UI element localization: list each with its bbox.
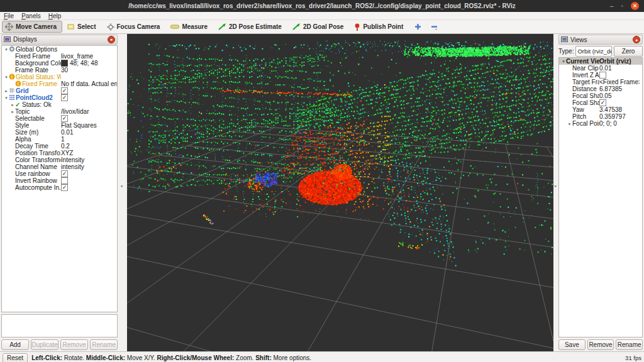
tool-goal-pose[interactable]: 2D Goal Pose <box>289 21 349 32</box>
right-splitter[interactable]: ▸ <box>553 34 557 351</box>
reset-button[interactable]: Reset <box>3 353 28 362</box>
property-value[interactable]: <Fixed Frame> <box>599 79 640 85</box>
tool-publish-point[interactable]: Publish Point <box>351 21 409 33</box>
property-value[interactable] <box>599 72 640 79</box>
property-value[interactable]: 3.47538 <box>599 106 640 113</box>
property-value[interactable]: 0; 0; 0 <box>599 120 640 127</box>
menu-file[interactable]: File <box>4 13 14 19</box>
tree-row-pitch[interactable]: Pitch0.359797 <box>559 113 642 120</box>
property-value[interactable]: 48; 48; 48 <box>61 60 118 67</box>
tree-row-channel-name[interactable]: Channel Nameintensity <box>2 163 117 170</box>
tree-row-alpha[interactable]: Alpha1 <box>2 136 117 143</box>
property-value[interactable] <box>61 177 118 184</box>
tree-row-yaw[interactable]: Yaw3.47538 <box>559 106 642 113</box>
views-close-icon[interactable]: ● <box>633 36 640 43</box>
property-value[interactable]: No tf data. Actual err... <box>61 80 118 87</box>
property-value[interactable]: 0.05 <box>599 92 640 99</box>
property-value[interactable] <box>61 74 118 80</box>
tree-row-style[interactable]: StyleFlat Squares <box>2 122 117 129</box>
checkbox[interactable]: ✓ <box>61 170 68 177</box>
property-value[interactable]: /livox/lidar <box>61 108 118 115</box>
tree-row-fixed-frame[interactable]: Fixed Framelivox_frame <box>2 53 117 60</box>
remove-button[interactable]: Remove <box>587 339 614 350</box>
rename-button[interactable]: Rename <box>616 339 643 350</box>
expand-arrow-icon[interactable]: ▸ <box>4 87 9 94</box>
tree-row-distance[interactable]: Distance6.87385 <box>559 85 642 92</box>
tool-add-tool[interactable] <box>411 21 425 32</box>
property-value[interactable]: Flat Squares <box>61 122 118 129</box>
tree-row-color-transformer[interactable]: Color TransformerIntensity <box>2 156 117 163</box>
property-value[interactable]: livox_frame <box>61 53 118 60</box>
displays-panel-header[interactable]: Displays ● <box>1 35 118 45</box>
tool-select[interactable]: Select <box>64 21 101 32</box>
tool-pose-estimate[interactable]: 2D Pose Estimate <box>215 21 287 32</box>
property-value[interactable]: ✓ <box>61 170 118 177</box>
tool-move-camera[interactable]: Move Camera <box>2 21 62 33</box>
checkbox[interactable]: ✓ <box>61 94 68 101</box>
tree-row-focal-point[interactable]: ▸Focal Point0; 0; 0 <box>559 120 642 127</box>
property-value[interactable]: ✓ <box>61 87 118 94</box>
tree-row-use-rainbow[interactable]: Use rainbow✓ <box>2 170 117 177</box>
expand-arrow-icon[interactable]: ▾ <box>4 74 9 80</box>
checkbox[interactable] <box>599 72 606 79</box>
expand-arrow-icon[interactable]: ▸ <box>10 108 15 115</box>
tree-row-size-m[interactable]: Size (m)0.01 <box>2 129 117 136</box>
tool-focus-camera[interactable]: Focus Camera <box>104 21 166 33</box>
checkbox[interactable]: ✓ <box>61 87 68 94</box>
menu-help[interactable]: Help <box>48 13 62 19</box>
tree-row-invert-z-axis[interactable]: Invert Z Axis <box>559 72 642 79</box>
property-value[interactable]: 1 <box>61 136 118 143</box>
tree-row-topic[interactable]: ▸Topic/livox/lidar <box>2 108 117 115</box>
zero-button[interactable]: Zero <box>614 46 643 57</box>
save-button[interactable]: Save <box>558 339 586 350</box>
collapse-left-icon[interactable]: ◂ <box>120 184 123 189</box>
tree-row-background-color[interactable]: Background Color48; 48; 48 <box>2 60 117 67</box>
expand-arrow-icon[interactable]: ▾ <box>4 46 9 53</box>
checkbox[interactable]: ✓ <box>61 115 68 122</box>
collapse-right-icon[interactable]: ▸ <box>555 184 557 189</box>
3d-viewport[interactable] <box>127 34 553 351</box>
tree-row-autocompute-in[interactable]: Autocompute In...✓ <box>2 184 117 191</box>
expand-arrow-icon[interactable]: ▸ <box>567 120 572 127</box>
checkbox[interactable]: ✓ <box>599 99 606 106</box>
left-splitter[interactable]: ◂ <box>119 34 127 351</box>
property-value[interactable] <box>61 101 118 108</box>
views-panel-header[interactable]: Views ● <box>558 35 643 45</box>
property-value[interactable]: 6.87385 <box>599 85 640 92</box>
tree-row-invert-rainbow[interactable]: Invert Rainbow <box>2 177 117 184</box>
tree-row-selectable[interactable]: Selectable✓ <box>2 115 117 122</box>
tree-row-grid[interactable]: ▸Grid✓ <box>2 87 117 94</box>
property-value[interactable]: intensity <box>61 163 118 170</box>
close-button[interactable]: ✕ <box>631 2 639 10</box>
tree-row-focal-shap[interactable]: Focal Shap...✓ <box>559 99 642 106</box>
tool-measure[interactable]: Measure <box>167 21 213 32</box>
add-button[interactable]: Add <box>1 339 29 350</box>
displays-close-icon[interactable]: ● <box>108 36 115 43</box>
tree-row-global-options[interactable]: ▾Global Options <box>2 46 117 53</box>
tree-row-position-transfo[interactable]: Position Transfo...XYZ <box>2 150 117 156</box>
expand-arrow-icon[interactable]: ▸ <box>10 101 15 108</box>
expand-arrow-icon[interactable]: ▾ <box>4 94 9 101</box>
checkbox[interactable] <box>61 177 68 184</box>
property-value[interactable] <box>61 46 118 53</box>
property-value[interactable]: Orbit (rviz) <box>599 58 640 65</box>
tree-row-target-fra[interactable]: Target Fra...<Fixed Frame> <box>559 79 642 85</box>
tool-remove-tool[interactable] <box>427 21 441 32</box>
property-value[interactable]: ✓ <box>61 94 118 101</box>
menu-panels[interactable]: Panels <box>21 13 41 19</box>
property-value[interactable]: 30 <box>61 67 118 74</box>
property-value[interactable]: ✓ <box>599 99 640 106</box>
tree-row-pointcloud2[interactable]: ▾PointCloud2✓ <box>2 94 117 101</box>
property-value[interactable]: ✓ <box>61 184 118 191</box>
expand-arrow-icon[interactable]: ▾ <box>561 58 566 65</box>
property-value[interactable]: 0.359797 <box>599 113 640 120</box>
checkbox[interactable]: ✓ <box>61 184 68 191</box>
tree-row-current-view[interactable]: ▾Current ViewOrbit (rviz) <box>559 58 642 65</box>
tree-row-status-ok[interactable]: ▸✓Status: Ok <box>2 101 117 108</box>
tree-row-fixed-frame[interactable]: !Fixed FrameNo tf data. Actual err... <box>2 80 117 87</box>
property-value[interactable]: ✓ <box>61 115 118 122</box>
property-value[interactable]: 0.2 <box>61 143 118 150</box>
tree-row-decay-time[interactable]: Decay Time0.2 <box>2 143 117 150</box>
tree-row-global-status-w[interactable]: ▾!Global Status: W... <box>2 74 117 80</box>
minimize-button[interactable]: – <box>610 3 614 9</box>
